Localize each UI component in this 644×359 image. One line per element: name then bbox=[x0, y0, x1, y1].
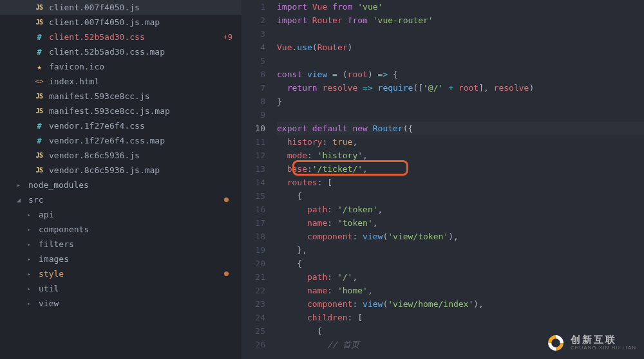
star-icon: ★ bbox=[33, 62, 45, 71]
folder-row[interactable]: ▸util bbox=[0, 281, 242, 296]
chevron-right-icon: ▸ bbox=[17, 181, 26, 189]
html-icon: <> bbox=[33, 77, 45, 86]
file-name: vendor.8c6c5936.js.map bbox=[49, 165, 160, 175]
code-line[interactable]: history: true, bbox=[277, 135, 644, 149]
line-number: 9 bbox=[242, 108, 265, 122]
chevron-right-icon: ▸ bbox=[27, 285, 36, 292]
chevron-down-icon: ◢ bbox=[17, 196, 26, 203]
code-line[interactable] bbox=[277, 27, 644, 41]
line-number: 20 bbox=[242, 257, 265, 270]
code-line[interactable]: import Router from 'vue-router' bbox=[277, 14, 644, 27]
line-number: 17 bbox=[242, 216, 265, 230]
code-line[interactable]: path: '/', bbox=[277, 270, 644, 284]
code-line[interactable]: path: '/token', bbox=[277, 203, 644, 216]
file-row[interactable]: JSmanifest.593ce8cc.js.map bbox=[0, 104, 242, 118]
code-line[interactable] bbox=[277, 54, 644, 68]
file-row[interactable]: JSclient.007f4050.js.map bbox=[0, 15, 242, 30]
git-modified-dot bbox=[224, 272, 229, 276]
code-line[interactable]: }, bbox=[277, 243, 644, 257]
line-number: 12 bbox=[242, 149, 265, 162]
file-row[interactable]: #client.52b5ad30.css+9 bbox=[0, 30, 242, 44]
folder-row[interactable]: ▸filters bbox=[0, 237, 242, 252]
line-number: 22 bbox=[242, 284, 265, 297]
file-name: manifest.593ce8cc.js bbox=[49, 91, 150, 101]
code-line[interactable]: component: view('view/home/index'), bbox=[277, 297, 644, 311]
file-row[interactable]: ★favicon.ico bbox=[0, 59, 242, 74]
file-row[interactable]: JSvendor.8c6c5936.js.map bbox=[0, 163, 242, 178]
code-line[interactable]: mode: 'history', bbox=[277, 149, 644, 162]
folder-name: view bbox=[39, 299, 59, 308]
folder-row[interactable]: ▸images bbox=[0, 252, 242, 266]
chevron-right-icon: ▸ bbox=[27, 300, 36, 307]
folder-row[interactable]: ▸view bbox=[0, 296, 242, 311]
code-line[interactable]: { bbox=[277, 257, 644, 270]
folder-name: util bbox=[39, 284, 59, 293]
line-number: 13 bbox=[242, 162, 265, 176]
code-line[interactable]: name: 'home', bbox=[277, 284, 644, 297]
chevron-right-icon: ▸ bbox=[27, 255, 36, 262]
hash-icon: # bbox=[33, 122, 45, 131]
folder-row[interactable]: ◢src bbox=[0, 192, 242, 207]
file-name: vendor.1f27e6f4.css bbox=[49, 121, 145, 131]
line-number: 19 bbox=[242, 243, 265, 257]
code-line[interactable]: } bbox=[277, 95, 644, 108]
line-number: 7 bbox=[242, 81, 265, 95]
file-row[interactable]: #client.52b5ad30.css.map bbox=[0, 44, 242, 59]
git-badge: +9 bbox=[223, 33, 232, 42]
line-number: 1 bbox=[242, 0, 265, 14]
code-line[interactable]: Vue.use(Router) bbox=[277, 41, 644, 54]
code-editor[interactable]: 1234567891011121314151617181920212223242… bbox=[242, 0, 644, 359]
js-icon: JS bbox=[33, 19, 45, 26]
code-line[interactable]: { bbox=[277, 189, 644, 203]
file-row[interactable]: #vendor.1f27e6f4.css.map bbox=[0, 133, 242, 148]
code-line[interactable]: children: [ bbox=[277, 311, 644, 324]
file-row[interactable]: <>index.html bbox=[0, 74, 242, 89]
folder-row[interactable]: ▸node_modules bbox=[0, 178, 242, 192]
folder-name: src bbox=[28, 195, 43, 205]
folder-row[interactable]: ▸api bbox=[0, 207, 242, 222]
js-icon: JS bbox=[33, 93, 45, 100]
code-line[interactable]: routes: [ bbox=[277, 176, 644, 189]
line-number: 4 bbox=[242, 41, 265, 54]
code-line[interactable] bbox=[277, 108, 644, 122]
git-modified-dot bbox=[224, 198, 229, 202]
line-number: 11 bbox=[242, 135, 265, 149]
code-line[interactable]: const view = (root) => { bbox=[277, 68, 644, 81]
code-content[interactable]: import Vue from 'vue'import Router from … bbox=[277, 0, 644, 359]
line-number: 25 bbox=[242, 324, 265, 338]
code-line[interactable]: name: 'token', bbox=[277, 216, 644, 230]
line-number: 21 bbox=[242, 270, 265, 284]
code-line[interactable]: component: view('view/token'), bbox=[277, 230, 644, 243]
file-row[interactable]: JSmanifest.593ce8cc.js bbox=[0, 89, 242, 104]
file-name: vendor.8c6c5936.js bbox=[49, 151, 140, 160]
code-line[interactable]: base:'/ticket/', bbox=[277, 162, 644, 176]
folder-row[interactable]: ▸components bbox=[0, 222, 242, 237]
folder-name: components bbox=[39, 225, 89, 234]
folder-name: node_modules bbox=[28, 180, 89, 190]
line-number: 16 bbox=[242, 203, 265, 216]
folder-row[interactable]: ▸style bbox=[0, 266, 242, 281]
js-icon: JS bbox=[33, 4, 45, 11]
chevron-right-icon: ▸ bbox=[27, 211, 36, 218]
hash-icon: # bbox=[33, 48, 45, 57]
file-row[interactable]: #vendor.1f27e6f4.css bbox=[0, 118, 242, 133]
code-line[interactable]: { bbox=[277, 324, 644, 338]
file-name: client.007f4050.js bbox=[49, 3, 140, 12]
folder-name: images bbox=[39, 254, 69, 264]
line-number: 8 bbox=[242, 95, 265, 108]
code-line[interactable]: // 首页 bbox=[277, 338, 644, 351]
code-line[interactable]: import Vue from 'vue' bbox=[277, 0, 644, 14]
line-number-gutter: 1234567891011121314151617181920212223242… bbox=[242, 0, 277, 359]
code-line[interactable]: export default new Router({ bbox=[277, 122, 644, 135]
js-icon: JS bbox=[33, 152, 45, 159]
line-number: 15 bbox=[242, 189, 265, 203]
code-line[interactable]: return resolve => require(['@/' + root],… bbox=[277, 81, 644, 95]
line-number: 10 bbox=[242, 122, 265, 135]
file-row[interactable]: JSclient.007f4050.js bbox=[0, 0, 242, 15]
file-name: client.52b5ad30.css.map bbox=[49, 47, 165, 57]
file-explorer-sidebar[interactable]: JSclient.007f4050.jsJSclient.007f4050.js… bbox=[0, 0, 242, 359]
file-row[interactable]: JSvendor.8c6c5936.js bbox=[0, 148, 242, 163]
hash-icon: # bbox=[33, 33, 45, 42]
file-name: index.html bbox=[49, 77, 99, 86]
file-name: client.007f4050.js.map bbox=[49, 17, 160, 27]
